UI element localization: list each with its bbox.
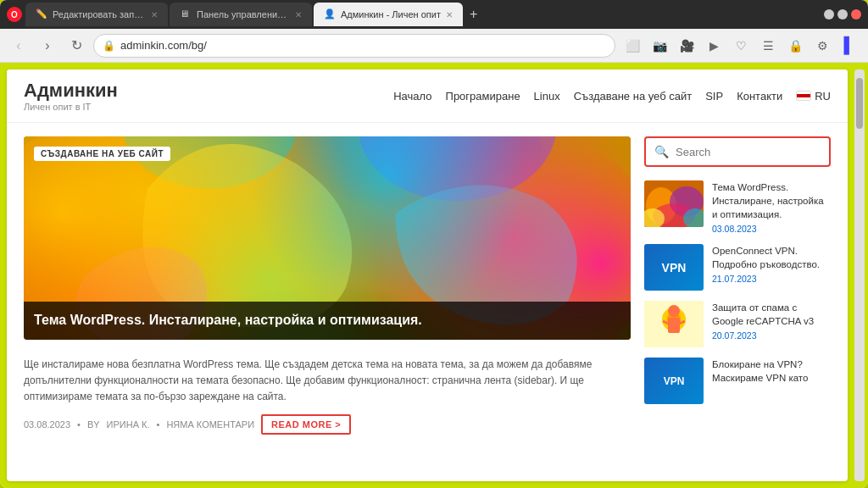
site-nav: Начало Програмиране Linux Създаване на у… <box>393 90 831 103</box>
site-logo: Админкин Личен опит в IT <box>24 80 118 112</box>
play-icon[interactable]: ▶ <box>702 34 726 58</box>
address-text: adminkin.com/bg/ <box>120 39 207 52</box>
edit-icon: ✏️ <box>36 8 47 20</box>
dashboard-icon: 🖥 <box>180 8 192 20</box>
article-comments: НЯМА КОМЕНТАРИ <box>166 419 254 430</box>
sidebar-post-2: VPN OpenConnect VPN. Подробно ръководств… <box>644 244 831 291</box>
post-1-title[interactable]: Тема WordPress. Инсталиране, настройка и… <box>712 180 831 221</box>
browser-tab-2[interactable]: 🖥 Панель управления VH ✕ <box>170 3 312 26</box>
site-title: Админкин <box>24 80 118 102</box>
search-icon: 🔍 <box>654 145 669 158</box>
address-bar[interactable]: 🔒 adminkin.com/bg/ <box>93 34 615 58</box>
post-2-info: OpenConnect VPN. Подробно ръководство. 2… <box>712 244 831 284</box>
nav-web[interactable]: Създаване на уеб сайт <box>574 90 692 103</box>
article-hero-image: СЪЗДАВАНЕ НА УЕБ САЙТ Тема WordPress. Ин… <box>24 136 631 340</box>
profile-icon[interactable]: ▌ <box>837 34 861 58</box>
window-controls <box>824 9 861 19</box>
browser-body: Админкин Личен опит в IT Начало Програми… <box>0 63 868 488</box>
browser-tabs: ✏️ Редактировать запись... ✕ 🖥 Панель уп… <box>25 3 821 26</box>
nav-sip[interactable]: SIP <box>705 90 723 103</box>
forward-button[interactable]: › <box>36 34 59 58</box>
tab-1-close[interactable]: ✕ <box>151 10 158 19</box>
scrollbar[interactable] <box>854 69 865 481</box>
titlebar-left: O <box>7 7 22 22</box>
website-content: Админкин Личен опит в IT Начало Програми… <box>7 69 848 481</box>
sidebar-post-4: VPN Блокиране на VPN? Маскираме VPN като <box>644 358 831 404</box>
nav-home[interactable]: Начало <box>393 90 431 103</box>
meta-separator-1: • <box>77 419 81 430</box>
back-button[interactable]: ‹ <box>7 34 31 58</box>
captcha-thumb <box>644 301 704 347</box>
nav-programming[interactable]: Програмиране <box>446 90 520 103</box>
language-selector[interactable]: RU <box>796 90 831 103</box>
flag-icon <box>796 91 811 101</box>
tab-2-close[interactable]: ✕ <box>295 10 302 19</box>
vpn2-thumb: VPN <box>644 358 704 404</box>
menu-icon[interactable]: ☰ <box>756 34 780 58</box>
lang-label: RU <box>815 90 831 103</box>
sidebar: 🔍 <box>644 136 831 441</box>
minimize-button[interactable] <box>824 9 834 19</box>
post-2-thumbnail[interactable]: VPN <box>644 244 704 291</box>
sidebar-posts: Тема WordPress. Инсталиране, настройка и… <box>644 180 831 404</box>
tab-3-close[interactable]: ✕ <box>446 10 453 19</box>
featured-article: СЪЗДАВАНЕ НА УЕБ САЙТ Тема WordPress. Ин… <box>24 136 631 340</box>
nav-linux[interactable]: Linux <box>534 90 560 103</box>
post-3-date: 20.07.2023 <box>712 330 831 341</box>
article-excerpt: Ще инсталираме нова безплатна WordPress … <box>24 357 631 406</box>
site-icon: 👤 <box>324 8 336 20</box>
bookmark-icon[interactable]: ⬜ <box>620 34 644 58</box>
search-box: 🔍 <box>644 136 831 167</box>
browser-tab-3[interactable]: 👤 Админкин - Личен опит ✕ <box>314 3 463 26</box>
browser-toolbar: ‹ › ↻ 🔒 adminkin.com/bg/ ⬜ 📷 🎥 ▶ ♡ ☰ 🔒 ⚙… <box>0 29 868 63</box>
author-prefix: BY <box>87 419 100 430</box>
read-more-button[interactable]: READ MORE > <box>261 414 351 435</box>
settings-icon[interactable]: ⚙ <box>810 34 834 58</box>
post-3-thumbnail[interactable] <box>644 301 704 347</box>
post-3-title[interactable]: Защита от спама с Google reCAPTCHA v3 <box>712 301 831 328</box>
scrollbar-thumb[interactable] <box>856 78 863 129</box>
site-content: СЪЗДАВАНЕ НА УЕБ САЙТ Тема WordPress. Ин… <box>7 123 848 455</box>
post-1-thumb-svg <box>644 180 704 227</box>
nav-contacts[interactable]: Контакти <box>737 90 782 103</box>
maximize-button[interactable] <box>837 9 848 19</box>
heart-icon[interactable]: ♡ <box>729 34 753 58</box>
sidebar-post-1: Тема WordPress. Инсталиране, настройка и… <box>644 180 831 234</box>
meta-separator-2: • <box>157 419 160 430</box>
svg-point-17 <box>668 305 680 317</box>
post-4-title[interactable]: Блокиране на VPN? Маскираме VPN като <box>712 358 831 385</box>
article-category-badge: СЪЗДАВАНЕ НА УЕБ САЙТ <box>34 147 170 161</box>
article-title: Тема WordPress. Инсталиране, настройка и… <box>34 312 620 330</box>
tab-3-label: Админкин - Личен опит <box>341 9 441 19</box>
tab-add-button[interactable]: + <box>465 7 482 22</box>
article-title-overlay: Тема WordPress. Инсталиране, настройка и… <box>24 302 631 340</box>
screenshot-icon[interactable]: 📷 <box>648 34 671 58</box>
vpn-thumb: VPN <box>644 244 704 291</box>
post-1-date: 03.08.2023 <box>712 224 831 234</box>
post-3-thumb-svg <box>644 301 704 347</box>
browser-tab-1[interactable]: ✏️ Редактировать запись... ✕ <box>25 3 168 26</box>
article-meta: 03.08.2023 • BY ИРИНА К. • НЯМА КОМЕНТАР… <box>24 414 631 435</box>
refresh-button[interactable]: ↻ <box>64 34 88 58</box>
post-4-thumbnail[interactable]: VPN <box>644 358 704 404</box>
opera-logo: O <box>7 7 22 22</box>
article-date: 03.08.2023 <box>24 419 70 430</box>
lock-icon: 🔒 <box>103 40 115 52</box>
post-3-info: Защита от спама с Google reCAPTCHA v3 20… <box>712 301 831 341</box>
svg-point-2 <box>198 136 544 275</box>
search-input[interactable] <box>676 146 821 158</box>
close-button[interactable] <box>851 9 861 19</box>
post-2-title[interactable]: OpenConnect VPN. Подробно ръководство. <box>712 244 831 271</box>
camera-icon[interactable]: 🎥 <box>675 34 698 58</box>
site-header: Админкин Личен опит в IT Начало Програми… <box>7 69 848 123</box>
main-content: СЪЗДАВАНЕ НА УЕБ САЙТ Тема WordPress. Ин… <box>24 136 631 441</box>
site-subtitle: Личен опит в IT <box>24 102 118 112</box>
post-1-thumbnail[interactable] <box>644 180 704 227</box>
article-body: Ще инсталираме нова безплатна WordPress … <box>24 353 631 441</box>
svg-point-7 <box>123 136 297 189</box>
browser-window: O ✏️ Редактировать запись... ✕ 🖥 Панель … <box>0 0 868 488</box>
lock2-icon[interactable]: 🔒 <box>783 34 807 58</box>
toolbar-icons: ⬜ 📷 🎥 ▶ ♡ ☰ 🔒 ⚙ ▌ <box>620 34 861 58</box>
wordpress-thumb <box>644 180 704 227</box>
post-4-info: Блокиране на VPN? Маскираме VPN като <box>712 358 831 387</box>
